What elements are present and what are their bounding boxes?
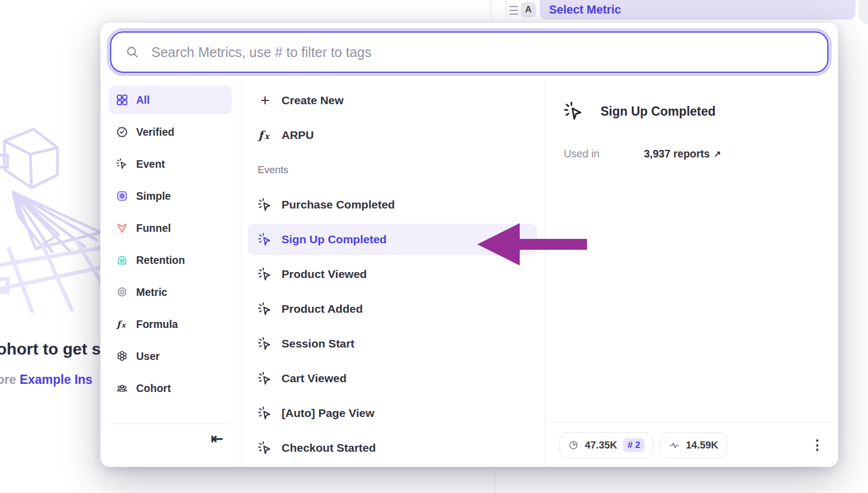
create-new-button[interactable]: + Create New <box>248 85 537 116</box>
event-cursor-icon <box>258 371 272 386</box>
collapse-left-icon[interactable]: ⇤ <box>210 432 223 446</box>
details-header: Sign Up Completed <box>564 101 825 122</box>
panel-divider-top-1 <box>491 0 492 20</box>
metric-details-panel: Sign Up Completed Used in 3,937 reports … <box>545 79 838 467</box>
event-cursor-icon <box>258 302 272 317</box>
pie-chart-icon <box>568 440 579 451</box>
create-new-label: Create New <box>282 94 343 107</box>
event-cursor-icon <box>258 337 272 351</box>
sidebar-item-label: Event <box>136 158 165 170</box>
list-item-auto-page-view[interactable]: [Auto] Page View <box>248 397 537 429</box>
details-footer: 47.35K # 2 14.59K ⋮ <box>545 422 838 467</box>
sidebar-item-cohort[interactable]: Cohort <box>108 374 232 402</box>
list-item-label: Cart Viewed <box>282 372 347 385</box>
event-cursor-icon <box>258 406 272 421</box>
list-item-arpu[interactable]: ARPU <box>248 119 537 151</box>
sidebar-item-formula[interactable]: Formula <box>108 310 232 338</box>
list-item-product-added[interactable]: Product Added <box>248 293 537 325</box>
stat-value: 14.59K <box>686 439 718 451</box>
background-headline-fragment: ohort to get s <box>0 340 101 358</box>
total-count-stat-pill[interactable]: 47.35K # 2 <box>559 432 653 458</box>
sidebar-item-metric[interactable]: Metric <box>108 278 232 306</box>
list-item-purchase-completed[interactable]: Purchase Completed <box>248 189 537 220</box>
metric-type-sidebar: All Verified Event Simple Funnel Retenti… <box>100 79 240 467</box>
metric-picker-dialog: All Verified Event Simple Funnel Retenti… <box>100 23 838 467</box>
used-in-label: Used in <box>564 148 644 160</box>
background-wireframe-illustration <box>0 123 103 313</box>
retention-icon <box>116 254 128 266</box>
activity-stat-pill[interactable]: 14.59K <box>660 432 727 458</box>
list-item-label: Product Viewed <box>282 268 367 281</box>
sidebar-item-label: Retention <box>136 254 185 267</box>
used-in-row: Used in 3,937 reports ↗ <box>564 148 825 160</box>
external-link-icon: ↗ <box>713 149 720 159</box>
event-cursor-icon <box>258 232 272 247</box>
list-item-label: [Auto] Page View <box>282 407 374 420</box>
event-cursor-icon <box>564 101 584 122</box>
list-item-session-start[interactable]: Session Start <box>248 328 537 359</box>
panel-corner <box>859 0 868 24</box>
sidebar-item-label: Cohort <box>136 382 171 395</box>
events-section-header: Events <box>248 154 537 186</box>
select-metric-label: Select Metric <box>549 3 621 17</box>
formula-fx-icon <box>116 318 128 330</box>
details-title: Sign Up Completed <box>601 104 716 119</box>
example-insights-link[interactable]: Example Ins <box>20 372 92 387</box>
event-cursor-icon <box>258 267 272 282</box>
sidebar-item-user[interactable]: User <box>108 342 232 370</box>
metric-search-box[interactable] <box>110 31 828 73</box>
sidebar-item-retention[interactable]: Retention <box>108 246 232 274</box>
list-item-checkout-started[interactable]: Checkout Started <box>248 432 537 464</box>
background-link-prefix: ore <box>0 372 20 387</box>
metric-hexagon-icon <box>116 286 128 298</box>
verified-badge-icon <box>116 126 128 138</box>
stat-value: 47.35K <box>585 439 617 451</box>
drag-handle-icon[interactable] <box>509 5 518 16</box>
list-item-label: Product Added <box>282 302 363 315</box>
panel-divider-top-2 <box>506 0 507 20</box>
sidebar-item-verified[interactable]: Verified <box>108 118 232 146</box>
annotation-arrow <box>476 219 588 269</box>
event-cursor-icon <box>258 441 272 456</box>
cohort-people-icon <box>116 382 128 394</box>
list-item-cart-viewed[interactable]: Cart Viewed <box>248 363 537 394</box>
sidebar-item-event[interactable]: Event <box>108 150 232 178</box>
sidebar-item-label: Metric <box>136 286 167 299</box>
event-cursor-icon <box>258 198 272 212</box>
sidebar-item-label: Formula <box>136 318 178 331</box>
list-item-label: Purchase Completed <box>282 198 395 211</box>
simple-board-icon <box>116 190 128 202</box>
user-cluster-icon <box>116 350 128 362</box>
sidebar-item-all[interactable]: All <box>108 86 232 114</box>
select-metric-row[interactable]: Select Metric <box>540 0 856 20</box>
rank-badge: # 2 <box>623 438 645 452</box>
event-cursor-icon <box>116 158 128 170</box>
list-item-label: Sign Up Completed <box>282 233 387 246</box>
sidebar-item-label: Simple <box>136 190 171 203</box>
sidebar-item-label: Funnel <box>136 222 171 235</box>
pulse-icon <box>669 440 680 451</box>
used-in-reports-link[interactable]: 3,937 reports ↗ <box>644 148 721 160</box>
sidebar-item-label: All <box>136 94 150 106</box>
list-item-label: Session Start <box>282 337 354 350</box>
grid-icon <box>116 94 128 106</box>
sidebar-item-funnel[interactable]: Funnel <box>108 214 232 242</box>
list-item-label: ARPU <box>282 129 314 142</box>
plus-icon: + <box>258 93 272 109</box>
sidebar-item-label: User <box>136 350 159 363</box>
more-options-icon[interactable]: ⋮ <box>810 438 824 452</box>
list-item-label: Checkout Started <box>282 441 376 454</box>
sidebar-item-label: Verified <box>136 126 174 138</box>
search-input[interactable] <box>150 44 813 61</box>
sidebar-item-simple[interactable]: Simple <box>108 182 232 210</box>
panel-divider-bottom <box>495 470 495 493</box>
funnel-icon <box>116 222 128 234</box>
metric-list: + Create New ARPU Events Purchase Comple… <box>240 79 545 467</box>
background-link-line: ore Example Ins <box>0 372 92 387</box>
search-icon <box>125 45 139 59</box>
series-a-badge: A <box>521 2 536 17</box>
sidebar-footer: ⇤ <box>108 424 232 467</box>
formula-fx-icon <box>258 128 272 143</box>
